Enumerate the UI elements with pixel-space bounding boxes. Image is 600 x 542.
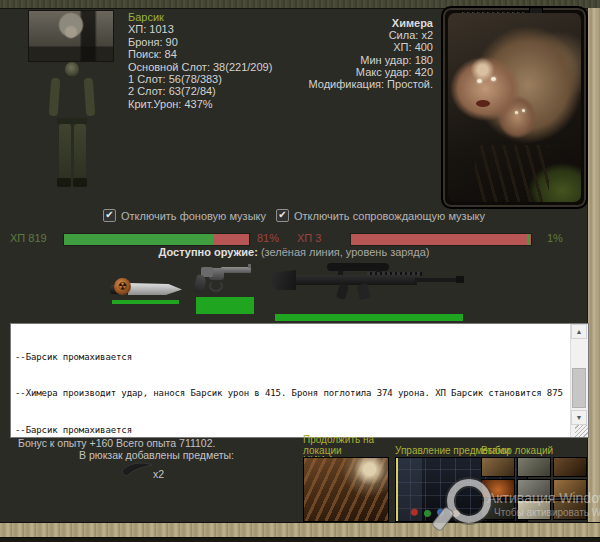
enemy-hp-bar bbox=[350, 233, 532, 246]
enemy-stats-block: Химера Сила: x2 ХП: 400 Мин удар: 180 Ма… bbox=[309, 17, 433, 90]
enemy-stat-max-hit: Макс удар: 420 bbox=[309, 66, 433, 78]
enemy-portrait-frame bbox=[441, 6, 588, 209]
battle-log-text[interactable]: --Барсик промахивается --Химера производ… bbox=[11, 324, 571, 437]
location-cell[interactable] bbox=[517, 457, 551, 477]
weapons-subtitle: (зелёная линия, уровень заряда) bbox=[258, 246, 430, 258]
music-accompanying-checkbox[interactable]: ✔ bbox=[276, 209, 289, 222]
enemy-stat-hp: ХП: 400 bbox=[309, 41, 433, 53]
scroll-down-button[interactable]: ▼ bbox=[571, 410, 587, 425]
scroll-up-button[interactable]: ▲ bbox=[571, 324, 587, 339]
battle-log[interactable]: --Барсик промахивается --Химера производ… bbox=[10, 323, 589, 438]
player-stat-crit: Крит.Урон: 437% bbox=[128, 98, 272, 110]
player-hp-label: ХП 819 bbox=[10, 232, 47, 244]
player-hp-bar bbox=[63, 233, 250, 246]
enemy-hp-label: ХП 3 bbox=[297, 232, 321, 244]
radiation-icon: ☢ bbox=[114, 278, 131, 295]
log-scrollbar[interactable]: ▲ ▼ bbox=[570, 324, 588, 437]
bonus-xp-text: Бонус к опыту +160 Всего опыта 711102. bbox=[18, 437, 215, 449]
player-stat-slot1: 1 Слот: 56(78/383) bbox=[128, 73, 272, 85]
player-name: Барсик bbox=[128, 11, 272, 23]
weapons-title-row: Доступно оружие: (зелёная линия, уровень… bbox=[0, 246, 588, 258]
player-stats-block: Барсик ХП: 1013 Броня: 90 Поиск: 84 Осно… bbox=[128, 11, 272, 110]
player-stat-main-slot: Основной Слот: 38(221/209) bbox=[128, 61, 272, 73]
right-border-texture bbox=[587, 8, 600, 523]
player-hp-percent: 81% bbox=[257, 232, 279, 244]
log-line: --Барсик промахивается bbox=[15, 351, 567, 363]
log-line: --Барсик промахивается bbox=[15, 424, 567, 436]
windows-activation-hint: Чтобы активировать Win bbox=[494, 507, 600, 518]
enemy-hp-fill bbox=[527, 234, 530, 245]
location-cell[interactable] bbox=[481, 457, 515, 477]
continue-location-line1: Продолжить на локации bbox=[303, 435, 403, 456]
location-cell[interactable] bbox=[553, 457, 587, 477]
resize-grip[interactable] bbox=[575, 425, 588, 437]
continue-location-thumbnail[interactable] bbox=[303, 457, 389, 522]
revolver-charge-bar bbox=[196, 297, 254, 314]
player-hp-fill bbox=[64, 234, 214, 245]
battle-screen: Барсик ХП: 1013 Броня: 90 Поиск: 84 Осно… bbox=[0, 0, 600, 542]
knife-charge-bar bbox=[112, 300, 179, 304]
player-stat-search: Поиск: 84 bbox=[128, 48, 272, 60]
log-line: --Химера производит удар, нанося Барсик … bbox=[15, 387, 567, 399]
music-background-label: Отключить фоновую музыку bbox=[121, 210, 266, 222]
rifle-icon[interactable] bbox=[272, 261, 467, 311]
rifle-charge-bar bbox=[275, 314, 463, 321]
player-stat-armor: Броня: 90 bbox=[128, 36, 272, 48]
enemy-stat-modification: Модификация: Простой. bbox=[309, 78, 433, 90]
chimera-image bbox=[448, 13, 581, 202]
music-controls-row: ✔ Отключить фоновую музыку ✔ Отключить с… bbox=[0, 209, 588, 222]
claw-item-icon[interactable] bbox=[120, 461, 154, 483]
scrollbar-thumb[interactable] bbox=[572, 368, 586, 408]
item-count-badge: x2 bbox=[153, 468, 164, 480]
music-background-checkbox[interactable]: ✔ bbox=[103, 209, 116, 222]
weapons-title: Доступно оружие: bbox=[158, 246, 257, 258]
music-accompanying-label: Отключить сопровождающую музыку bbox=[294, 210, 485, 222]
player-avatar-image bbox=[28, 10, 114, 62]
bottom-border-texture bbox=[0, 522, 600, 539]
player-stat-slot2: 2 Слот: 63(72/84) bbox=[128, 85, 272, 97]
windows-activation-watermark: Активация Windows bbox=[487, 490, 600, 506]
magnifier-icon bbox=[447, 479, 491, 523]
music-accompanying-toggle[interactable]: ✔ Отключить сопровождающую музыку bbox=[276, 209, 485, 222]
knife-icon[interactable]: ☢ bbox=[110, 278, 184, 300]
items-added-text: В рюкзак добавлены предметы: bbox=[79, 449, 234, 461]
enemy-stat-min-hit: Мин удар: 180 bbox=[309, 54, 433, 66]
enemy-stat-strength: Сила: x2 bbox=[309, 29, 433, 41]
player-character-image bbox=[47, 62, 97, 190]
enemy-name: Химера bbox=[309, 17, 433, 29]
choose-locations-link[interactable]: Выбор локаций bbox=[481, 446, 553, 457]
enemy-hp-percent: 1% bbox=[547, 232, 563, 244]
revolver-icon[interactable] bbox=[193, 261, 255, 296]
player-stat-hp: ХП: 1013 bbox=[128, 23, 272, 35]
bottom-border-shadow bbox=[0, 538, 600, 542]
music-background-toggle[interactable]: ✔ Отключить фоновую музыку bbox=[103, 209, 266, 222]
